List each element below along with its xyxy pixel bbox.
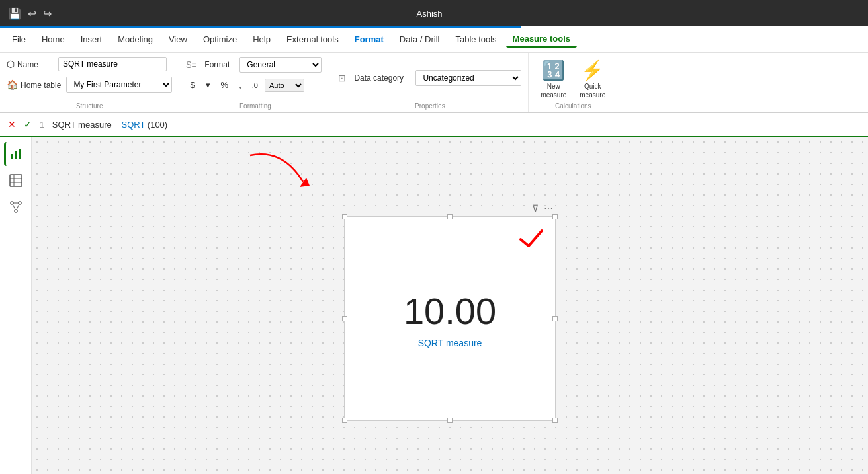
calculations-label: Calculations [535,101,611,111]
handle-top-mid[interactable] [447,214,453,219]
ribbon-structure-body: ⬡Name 🏠Home table My First Parameter [7,57,172,101]
formula-cancel-icon[interactable]: ✕ [5,118,19,131]
menu-optimize[interactable]: Optimize [196,32,243,47]
more-options-icon[interactable]: ⋯ [544,203,553,214]
svg-rect-3 [10,175,22,186]
handle-top-right[interactable] [552,214,558,219]
handle-top-left[interactable] [342,214,347,219]
menu-home[interactable]: Home [35,32,71,47]
ribbon-formatting-body: $≡ Format General Currency Whole Number … [186,57,324,101]
decimal-places-select[interactable]: Auto 0123 [265,79,304,92]
visual-value: 10.00 [404,290,496,333]
menu-data-drill[interactable]: Data / Drill [393,32,447,47]
dropdown-arrow-button[interactable]: ▾ [202,78,214,92]
formula-code: SQRT measure = SQRT (100) [52,120,167,130]
handle-bottom-left[interactable] [342,418,347,423]
menu-help[interactable]: Help [246,32,277,47]
number-format-row: $ ▾ % , .0 Auto 0123 [186,78,304,92]
quick-measure-label2: measure [580,91,605,99]
ribbon-properties-section: ⊡ Data category Uncategorized Properties [331,53,529,112]
visual-container: ⊽ ⋯ 10.00 [344,203,556,421]
menu-table-tools[interactable]: Table tools [449,32,503,47]
svg-rect-1 [15,151,17,159]
percent-button[interactable]: % [217,78,233,92]
filter-icon[interactable]: ⊽ [532,203,539,214]
sidebar-table-icon[interactable] [4,169,28,192]
loading-bar [0,26,521,28]
svg-line-11 [13,204,15,210]
quick-measure-label: Quick [584,83,601,90]
name-label: ⬡Name [7,59,53,69]
home-table-field-row: 🏠Home table My First Parameter [7,77,172,93]
handle-mid-right[interactable] [552,316,558,321]
quick-measure-icon: ⚡ [581,59,604,81]
menu-insert[interactable]: Insert [74,32,109,47]
menu-measure-tools[interactable]: Measure tools [506,31,577,48]
new-measure-label2: measure [541,91,566,99]
main-content: ⊽ ⋯ 10.00 [0,137,868,474]
sidebar-model-icon[interactable] [4,195,28,219]
visual-toolbar: ⊽ ⋯ [344,203,556,214]
formula-argument: (100) [148,120,167,130]
visual-card[interactable]: 10.00 SQRT measure [344,216,556,421]
ribbon-structure-section: ⬡Name 🏠Home table My First Parameter Str… [0,53,179,112]
ribbon-properties-body: ⊡ Data category Uncategorized [338,57,521,101]
red-arrow-annotation [243,149,323,204]
svg-point-9 [15,210,17,212]
svg-rect-2 [19,149,21,159]
ribbon: ⬡Name 🏠Home table My First Parameter Str… [0,53,868,113]
name-field-row: ⬡Name [7,57,167,71]
menu-modeling[interactable]: Modeling [111,32,159,47]
redo-icon[interactable]: ↪ [43,7,52,20]
title-bar-left: 💾 ↩ ↪ [8,7,52,20]
dollar-button[interactable]: $ [186,78,198,92]
decimal-button[interactable]: .0 [248,79,262,91]
save-icon[interactable]: 💾 [8,7,21,20]
new-measure-button[interactable]: 🔢 New measure [535,57,572,101]
canvas-area: ⊽ ⋯ 10.00 [32,137,868,474]
new-measure-icon: 🔢 [542,59,565,81]
data-category-label: Data category [354,73,410,83]
ribbon-calculations-section: 🔢 New measure ⚡ Quick measure Calculatio… [529,53,617,112]
quick-measure-button[interactable]: ⚡ Quick measure [574,57,611,101]
home-table-select[interactable]: My First Parameter [66,77,172,93]
ribbon-calculations-body: 🔢 New measure ⚡ Quick measure [535,57,611,101]
data-category-field-row: ⊡ Data category Uncategorized [338,70,521,86]
formula-bar: ✕ ✓ 1 SQRT measure = SQRT (100) [0,113,868,137]
formula-confirm-icon[interactable]: ✓ [21,118,34,131]
formula-icons: ✕ ✓ [5,118,34,131]
menu-bar: File Home Insert Modeling View Optimize … [0,26,868,53]
comma-button[interactable]: , [235,78,245,92]
menu-file[interactable]: File [5,32,32,47]
title-bar-title: Ashish [416,9,442,19]
handle-bottom-right[interactable] [552,418,558,423]
ribbon-content: ⬡Name 🏠Home table My First Parameter Str… [0,53,868,112]
card-checkmark [518,227,544,255]
handle-mid-left[interactable] [342,316,347,321]
structure-label: Structure [7,101,172,111]
data-category-select[interactable]: Uncategorized [415,70,521,86]
formula-text: 1 SQRT measure = SQRT (100) [40,120,863,130]
home-table-label: 🏠Home table [7,79,61,90]
svg-line-12 [17,204,19,210]
ribbon-formatting-section: $≡ Format General Currency Whole Number … [179,53,331,112]
format-select[interactable]: General Currency Whole Number Decimal Nu… [239,57,322,73]
formula-operator: = [114,120,121,130]
menu-view[interactable]: View [162,32,194,47]
title-bar: 💾 ↩ ↪ Ashish [0,0,868,26]
formatting-label: Formatting [186,101,324,111]
formula-line-number: 1 [40,120,44,130]
svg-rect-0 [11,154,13,159]
menu-format[interactable]: Format [348,32,390,47]
formula-function: SQRT [122,120,146,130]
handle-bottom-mid[interactable] [447,418,453,423]
new-measure-label: New [547,83,560,90]
name-input[interactable] [58,57,167,71]
visual-measure-label: SQRT measure [418,338,482,348]
menu-external-tools[interactable]: External tools [280,32,345,47]
sidebar-chart-icon[interactable] [4,142,28,166]
left-sidebar [0,137,32,474]
properties-label: Properties [338,101,521,111]
undo-icon[interactable]: ↩ [28,7,36,20]
format-label: Format [204,60,234,69]
